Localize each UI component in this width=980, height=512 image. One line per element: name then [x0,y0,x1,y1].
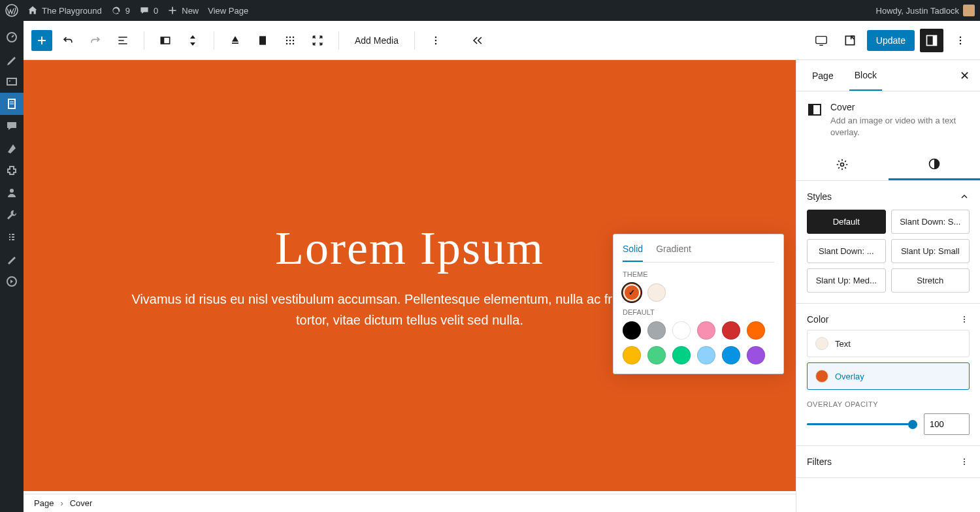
site-name: The Playground [42,6,102,16]
updates-link[interactable]: 9 [111,5,130,16]
howdy-link[interactable]: Howdy, Justin Tadlock [876,5,975,16]
new-link[interactable]: New [167,5,199,16]
comments-count: 0 [154,6,158,16]
admin-bar: The Playground 9 0 New View Page Howdy, … [0,0,980,21]
home-icon [27,5,38,16]
comment-icon [139,5,150,16]
comments-link[interactable]: 0 [139,5,158,16]
avatar [963,5,975,16]
view-page-link[interactable]: View Page [208,6,248,16]
new-label: New [182,6,199,16]
site-name-link[interactable]: The Playground [27,5,102,16]
updates-count: 9 [125,6,130,16]
wordpress-logo[interactable] [5,4,18,17]
plus-icon [167,5,178,16]
refresh-icon [111,5,122,16]
